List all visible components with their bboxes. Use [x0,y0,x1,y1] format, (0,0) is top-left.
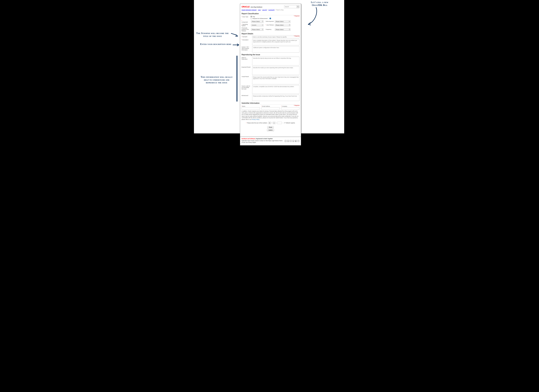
submit-button[interactable]: Submit [267,129,274,131]
subcomponent-select[interactable]: Please Select [275,20,291,23]
name-input[interactable] [241,107,260,110]
google-icon[interactable]: g [292,140,294,142]
workaround-textarea[interactable] [252,95,299,101]
privacy-text: In addition, Oracle respects your desire… [241,111,299,120]
bug-report-window: ORACLE Java Bug Database Oracle Technolo… [240,4,301,145]
email-label: * Email Address [261,106,280,107]
facebook-icon[interactable]: f [284,140,287,142]
os-select[interactable]: Generic [251,24,264,26]
social-icons: f in t g ▶ ⌖ [284,140,299,142]
breadcrumb-link[interactable]: Oracle Technology Network [241,9,256,11]
subcomponent-label: Subcomponent [266,21,274,22]
search-box [284,5,299,8]
svg-point-0 [298,6,298,7]
name-label: *Name [241,106,260,107]
steps-label: Steps to Reproduce [241,57,251,65]
frequency-select[interactable]: Please Select [275,28,291,31]
oracle-logo: ORACLE Java Bug Database [241,6,262,8]
breadcrumb-link[interactable]: Community [268,9,274,11]
section-heading-submitter: Submitter Information [241,102,299,105]
actual-label: Actual Result [241,76,251,84]
twitter-icon[interactable]: t [290,140,292,142]
privacy-policy-link[interactable]: Privacy Policy [252,119,259,120]
section-heading-details: Report Details [241,33,299,35]
radio-icon [250,18,252,19]
prev-release-select[interactable]: Please Select [251,28,264,31]
prev-release-label: Previously worked in the Release [241,27,250,32]
required-indicator: * Required [294,105,299,106]
required-indicator: * Required [294,15,299,17]
frequency-label: Frequency [266,29,274,30]
breadcrumb: Oracle Technology Network> Java> Java SE… [241,9,299,11]
issue-type-option-rfe[interactable]: Request for Enhancement ? [250,18,299,19]
radio-icon [250,16,252,17]
section-heading-reproduce: Reproducing the Issue [241,54,299,56]
os-label: * Operating System [241,24,250,27]
refresh-icon [284,122,285,124]
expected-label: Expected Result [241,66,251,75]
search-input[interactable] [284,5,297,8]
window-header: ORACLE Java Bug Database [241,5,299,9]
source-textarea[interactable] [252,85,299,94]
form-buttons: Reset Submit [241,126,299,131]
runtime-textarea[interactable] [252,46,299,53]
youtube-icon[interactable]: ▶ [295,140,297,142]
search-icon [297,6,299,7]
rss-icon[interactable]: ⌖ [298,140,299,142]
breadcrumb-link[interactable]: Java SE [262,9,267,11]
oracle-wordmark: ORACLE [241,6,250,8]
steps-textarea[interactable] [252,57,299,65]
breadcrumb-current: Report a Bug [276,9,284,11]
annotation-brush-stroke [236,56,238,102]
expected-textarea[interactable] [252,66,299,75]
description-textarea[interactable] [252,39,299,45]
refresh-captcha-button[interactable]: Refresh Captcha [283,122,295,124]
company-input[interactable] [281,107,299,110]
logo-subtitle: Java Bug Database [250,6,262,8]
required-indicator: * Required [294,35,299,37]
description-label: * Description [241,39,251,45]
issue-type-label: * Issue Type [241,16,250,18]
captcha-number-a: 9 [268,122,271,124]
synopsis-input[interactable] [252,36,299,38]
component-select[interactable]: Please Select [251,20,264,23]
synopsis-label: * Synopsis [241,36,251,38]
java-release-select[interactable]: Please Select [275,24,291,26]
captcha-prompt: Please enter the sum of the numbers : [247,122,268,124]
source-label: Source code for an executable test case [241,85,251,94]
issue-type-radio-group: Bug Request for Enhancement ? [250,16,299,19]
component-label: *Component [241,20,250,23]
section-heading-classification: Report Classification [241,13,299,15]
svg-line-1 [298,7,298,7]
footer-tagline: Hardware and Software, Engineered to Wor… [241,138,299,139]
captcha-row: * Please enter the sum of the numbers : … [241,122,299,124]
reset-button[interactable]: Reset [267,126,274,128]
email-input[interactable] [261,107,280,110]
java-release-label: * Java Release [266,24,274,26]
search-button[interactable] [297,5,299,8]
captcha-answer-input[interactable] [277,122,282,124]
breadcrumb-link[interactable]: Java [258,9,261,11]
actual-textarea[interactable] [252,76,299,84]
issue-type-option-bug[interactable]: Bug [250,16,299,17]
linkedin-icon[interactable]: in [287,140,289,142]
footer-links[interactable]: Subscribe About Oracle Careers Contact U… [241,140,283,143]
workaround-label: Workaround [241,95,251,101]
help-icon[interactable]: ? [270,18,271,19]
page-footer: Hardware and Software, Engineered to Wor… [240,137,301,145]
runtime-label: System / OS / Java Runtime Information [241,46,251,53]
captcha-number-b: 1 [273,122,275,124]
